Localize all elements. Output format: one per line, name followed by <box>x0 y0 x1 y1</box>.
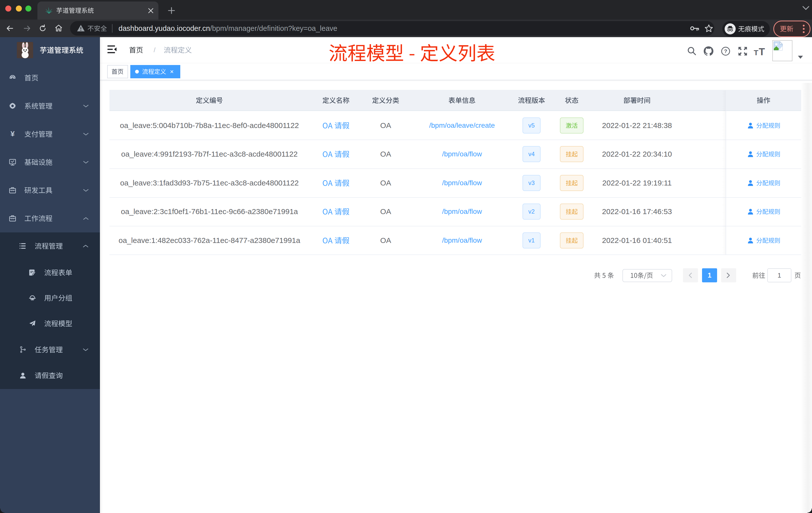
svg-text:?: ? <box>724 48 727 54</box>
svg-text:T: T <box>754 49 758 56</box>
svg-text:T: T <box>759 47 765 56</box>
svg-text:¥: ¥ <box>10 130 15 138</box>
